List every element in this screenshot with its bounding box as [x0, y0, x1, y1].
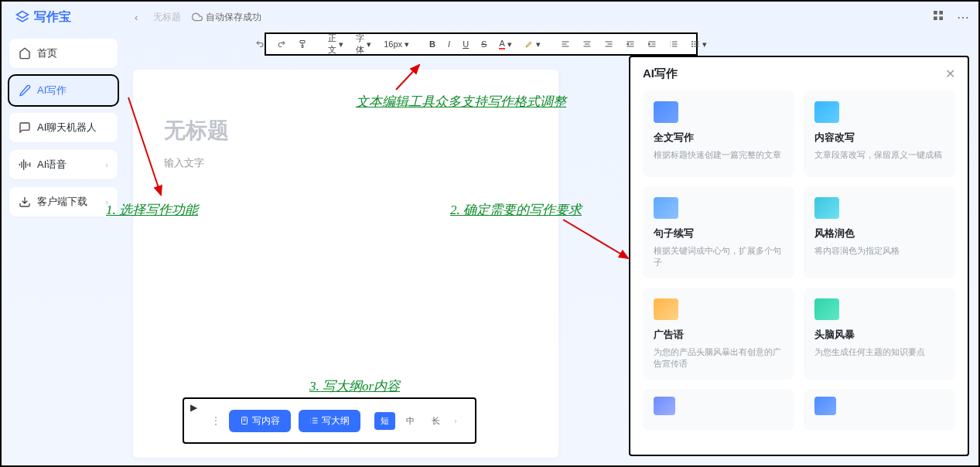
chevron-down-icon: ▾ [405, 39, 409, 49]
sidebar-item-home[interactable]: 首页 [9, 39, 118, 68]
sidebar-item-label: 客户端下载 [37, 195, 87, 209]
highlight-button[interactable]: ▾ [522, 38, 543, 51]
svg-rect-1 [939, 11, 943, 15]
chat-icon [19, 121, 31, 134]
back-button[interactable]: ‹ [130, 10, 142, 25]
redo-button[interactable] [275, 38, 289, 50]
top-right: ⋯ [932, 9, 969, 25]
editor-canvas[interactable]: 无标题 输入文字 ▶ ⋮ 写内容 写大纲 短 中 长 › [133, 70, 558, 458]
doc-icon [240, 416, 249, 425]
underline-button[interactable]: U [460, 38, 471, 50]
sidebar-item-label: 首页 [37, 46, 57, 60]
align-center-button[interactable] [580, 38, 594, 50]
title-placeholder[interactable]: 无标题 [164, 116, 528, 145]
write-content-button[interactable]: 写内容 [229, 410, 291, 432]
grid-icon[interactable] [932, 9, 944, 25]
pen-icon [19, 84, 31, 97]
italic-button[interactable]: I [446, 38, 452, 50]
sidebar-item-chatbot[interactable]: AI聊天机器人 [9, 113, 118, 142]
font-color-button[interactable]: A ▾ [497, 37, 514, 51]
svg-point-4 [691, 42, 692, 43]
strikethrough-button[interactable]: S [479, 38, 489, 50]
app-name: 写作宝 [34, 9, 71, 26]
sidebar-item-ai-write[interactable]: AI写作 [9, 76, 118, 105]
autosave-status: 自动保存成功 [192, 11, 261, 24]
ai-card-polish[interactable]: 风格润色 将内容润色为指定风格 [804, 186, 955, 278]
ai-card-fullwrite[interactable]: 全文写作 根据标题快速创建一篇完整的文章 [643, 90, 794, 177]
sidebar-item-label: AI语音 [37, 158, 67, 172]
svg-rect-0 [934, 11, 937, 15]
ai-card-brainstorm[interactable]: 头脑风暴 为您生成任何主题的知识要点 [804, 288, 955, 380]
voice-icon [19, 159, 31, 171]
ads-icon [654, 298, 678, 320]
sidebar-item-voice[interactable]: AI语音 › [9, 150, 118, 179]
more-icon[interactable]: ⋯ [957, 10, 969, 25]
continue-icon [654, 197, 678, 219]
chevron-right-icon[interactable]: › [454, 416, 457, 425]
sidebar-item-label: AI写作 [37, 84, 67, 97]
chevron-right-icon: › [105, 160, 108, 169]
cloud-icon [192, 12, 203, 22]
list-icon [309, 416, 319, 425]
bullet-list-button[interactable]: ▾ [688, 38, 709, 51]
close-icon[interactable]: ✕ [945, 66, 955, 81]
polish-icon [814, 197, 839, 219]
chevron-down-icon: ▾ [339, 39, 343, 49]
chevron-right-icon: › [105, 197, 108, 206]
editor-toolbar: 正文 ▾ 字体 ▾ 16px ▾ B I U S A ▾ ▾ ▾ [265, 32, 698, 56]
partial-icon [814, 397, 836, 415]
indent-decrease-button[interactable] [623, 38, 637, 50]
ai-card-rewrite[interactable]: 内容改写 文章段落改写，保留原义一键成稿 [804, 90, 955, 177]
download-icon [19, 196, 31, 208]
sidebar: 首页 AI写作 AI聊天机器人 AI语音 › 客户端下载 › [2, 32, 125, 465]
length-medium-button[interactable]: 中 [400, 412, 421, 430]
indent-increase-button[interactable] [645, 38, 659, 50]
home-icon [19, 47, 31, 60]
rewrite-icon [814, 101, 839, 123]
top-center: ‹ 无标题 自动保存成功 [130, 10, 261, 25]
bold-button[interactable]: B [427, 38, 438, 50]
svg-rect-2 [934, 16, 937, 20]
svg-rect-3 [939, 16, 943, 20]
fullwrite-icon [654, 101, 678, 123]
length-short-button[interactable]: 短 [374, 412, 395, 430]
panel-title: AI写作 [643, 66, 678, 81]
length-segment: 短 中 长 › [374, 412, 457, 430]
text-style-select[interactable]: 正文 ▾ [326, 31, 346, 57]
font-family-select[interactable]: 字体 ▾ [353, 31, 374, 57]
font-size-select[interactable]: 16px ▾ [381, 38, 411, 51]
ai-card-partial-2[interactable] [804, 389, 955, 431]
ordered-list-button[interactable] [667, 38, 681, 50]
ai-card-ads[interactable]: 广告语 为您的产品头脑风暴出有创意的广告宣传语 [643, 288, 794, 380]
align-left-button[interactable] [558, 38, 572, 50]
brainstorm-icon [814, 298, 839, 320]
body-placeholder[interactable]: 输入文字 [164, 156, 528, 170]
svg-point-5 [691, 44, 692, 45]
doc-title: 无标题 [153, 11, 181, 24]
ai-card-grid: 全文写作 根据标题快速创建一篇完整的文章 内容改写 文章段落改写，保留原义一键成… [643, 90, 955, 431]
undo-button[interactable] [253, 38, 267, 50]
format-paint-button[interactable] [296, 38, 310, 50]
sidebar-item-label: AI聊天机器人 [37, 121, 97, 135]
more-options-button[interactable]: ⋮ [210, 414, 221, 427]
play-icon[interactable]: ▶ [190, 402, 197, 413]
ai-card-partial-1[interactable] [643, 389, 794, 431]
sidebar-item-download[interactable]: 客户端下载 › [9, 187, 118, 216]
write-outline-button[interactable]: 写大纲 [299, 410, 360, 432]
top-bar: 写作宝 ‹ 无标题 自动保存成功 ⋯ [2, 2, 978, 32]
chevron-down-icon: ▾ [367, 39, 371, 49]
align-right-button[interactable] [602, 38, 616, 50]
partial-icon [654, 397, 675, 415]
ai-card-continue[interactable]: 句子续写 根据关键词或中心句，扩展多个句子 [643, 186, 794, 278]
app-logo[interactable]: 写作宝 [11, 9, 76, 26]
length-long-button[interactable]: 长 [425, 412, 446, 430]
svg-point-6 [691, 46, 692, 47]
ai-write-panel: AI写作 ✕ 全文写作 根据标题快速创建一篇完整的文章 内容改写 文章段落改写，… [629, 56, 969, 456]
bottom-tools: ▶ ⋮ 写内容 写大纲 短 中 长 › [183, 397, 476, 444]
